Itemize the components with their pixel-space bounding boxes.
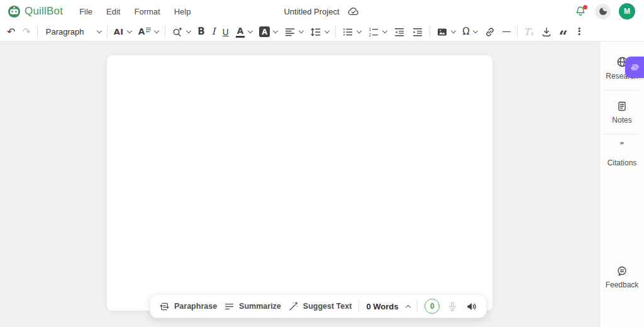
sidebar-divider [604, 90, 640, 91]
cloud-saved-icon [347, 5, 360, 18]
review-score-button[interactable]: 0 [425, 299, 440, 314]
italic-button[interactable]: I [209, 24, 219, 40]
sidebar-divider [604, 134, 640, 135]
sidebar-item-notes[interactable]: Notes [600, 100, 644, 125]
insert-link-button[interactable] [481, 24, 499, 40]
chevron-up-icon [406, 305, 411, 310]
line-spacing-dropdown[interactable] [307, 24, 332, 40]
toolbar-divider [517, 26, 518, 38]
indent-icon [412, 26, 423, 38]
feedback-bubble-icon [616, 265, 628, 277]
read-aloud-button[interactable] [465, 301, 477, 313]
word-count-label: 0 Words [366, 302, 398, 311]
clear-formatting-icon: Tx [524, 26, 534, 38]
word-count-dropdown[interactable]: 0 Words [366, 302, 410, 311]
more-options-button[interactable]: ⋮ [572, 24, 587, 40]
project-title-group: Untitled Project [284, 5, 360, 18]
align-dropdown[interactable] [281, 24, 306, 40]
toolbar-divider [335, 26, 336, 38]
underline-button[interactable]: U [219, 24, 232, 40]
insert-image-dropdown[interactable] [433, 24, 458, 40]
sidebar-item-feedback[interactable]: Feedback [600, 265, 644, 289]
speaker-icon [465, 301, 477, 313]
chevron-down-icon [325, 28, 330, 33]
dictation-mic-button[interactable] [447, 301, 458, 313]
sidebar-item-label: Notes [612, 116, 631, 125]
moon-icon [599, 8, 607, 15]
horizontal-rule-icon [502, 31, 511, 32]
brain-icon [628, 61, 641, 74]
highlight-color-dropdown[interactable]: A [256, 24, 280, 40]
font-size-dropdown[interactable]: A [135, 24, 162, 40]
user-avatar[interactable]: M [619, 3, 635, 19]
bottombar-divider [358, 300, 359, 313]
text-color-dropdown[interactable]: A [233, 24, 255, 40]
magic-wand-icon [288, 301, 299, 312]
citations-quote-icon: ” [620, 144, 625, 155]
sidebar-item-citations[interactable]: ” Citations [600, 144, 644, 167]
top-bar: QuillBot File Edit Format Help Untitled … [0, 0, 644, 23]
chevron-down-icon [472, 28, 477, 33]
font-family-dropdown[interactable]: AI [111, 24, 135, 40]
magnifier-sparkle-icon [172, 26, 183, 38]
microphone-icon [447, 301, 458, 313]
download-button[interactable] [538, 24, 555, 40]
menu-file[interactable]: File [79, 7, 92, 16]
bullet-list-icon [342, 26, 353, 38]
dark-mode-toggle[interactable] [595, 4, 611, 19]
suggest-text-label: Suggest Text [303, 302, 352, 311]
quillbot-assistant-button[interactable] [625, 57, 644, 78]
bottombar-divider [417, 300, 418, 313]
clear-formatting-button[interactable]: Tx [521, 24, 537, 40]
toolbar-divider [107, 26, 108, 38]
summarize-label: Summarize [239, 302, 281, 311]
quillbot-logo[interactable]: QuillBot [8, 5, 63, 18]
menu-format[interactable]: Format [134, 7, 160, 16]
quillbot-logo-text: QuillBot [25, 5, 63, 18]
quillbot-logo-icon [8, 5, 21, 18]
summarize-button[interactable]: Summarize [224, 301, 281, 312]
menu-help[interactable]: Help [174, 7, 191, 16]
chevron-down-icon [273, 28, 278, 33]
notifications-button[interactable] [574, 5, 587, 18]
notes-icon [616, 100, 628, 113]
menu-bar: File Edit Format Help [79, 7, 191, 16]
line-spacing-icon [310, 26, 321, 38]
outdent-icon [394, 26, 405, 38]
notification-dot [583, 5, 587, 9]
numbered-list-dropdown[interactable]: 1 2 [365, 24, 390, 40]
editor-canvas: Paraphrase Summarize Suggest Text 0 Word… [0, 42, 599, 327]
undo-button[interactable]: ↶ [4, 24, 18, 40]
suggest-text-button[interactable]: Suggest Text [288, 301, 352, 312]
horizontal-rule-button[interactable] [499, 24, 514, 40]
spell-check-dropdown[interactable] [169, 24, 194, 40]
chevron-down-icon [126, 28, 131, 33]
image-icon [436, 26, 448, 38]
quick-actions-bar: Paraphrase Summarize Suggest Text 0 Word… [150, 294, 487, 318]
indent-button[interactable] [409, 24, 426, 40]
right-sidebar: Research Notes ” Citations Feedback [599, 42, 644, 327]
block-quote-button[interactable]: “ [556, 24, 571, 40]
redo-button[interactable]: ↷ [19, 24, 33, 40]
paragraph-style-label: Paragraph [46, 27, 84, 36]
formatting-toolbar: ↶ ↷ Paragraph AI A B I U A A [0, 23, 644, 42]
editor-page[interactable] [107, 55, 492, 311]
bullet-list-dropdown[interactable] [339, 24, 364, 40]
svg-text:2: 2 [369, 33, 372, 37]
paragraph-style-dropdown[interactable]: Paragraph [41, 24, 104, 40]
summarize-icon [224, 301, 235, 312]
chevron-down-icon [382, 28, 387, 33]
align-left-icon [284, 26, 296, 38]
menu-edit[interactable]: Edit [106, 7, 120, 16]
special-characters-dropdown[interactable]: Ω [459, 24, 480, 40]
toolbar-divider [37, 26, 38, 38]
project-title[interactable]: Untitled Project [284, 7, 339, 16]
outdent-button[interactable] [391, 24, 408, 40]
chevron-down-icon [248, 28, 253, 33]
paraphrase-icon [159, 301, 170, 312]
paraphrase-button[interactable]: Paraphrase [159, 301, 217, 312]
size-lines-icon [146, 27, 151, 33]
chevron-down-icon [299, 28, 304, 33]
header-actions: M [574, 3, 638, 19]
bold-button[interactable]: B [194, 24, 208, 40]
